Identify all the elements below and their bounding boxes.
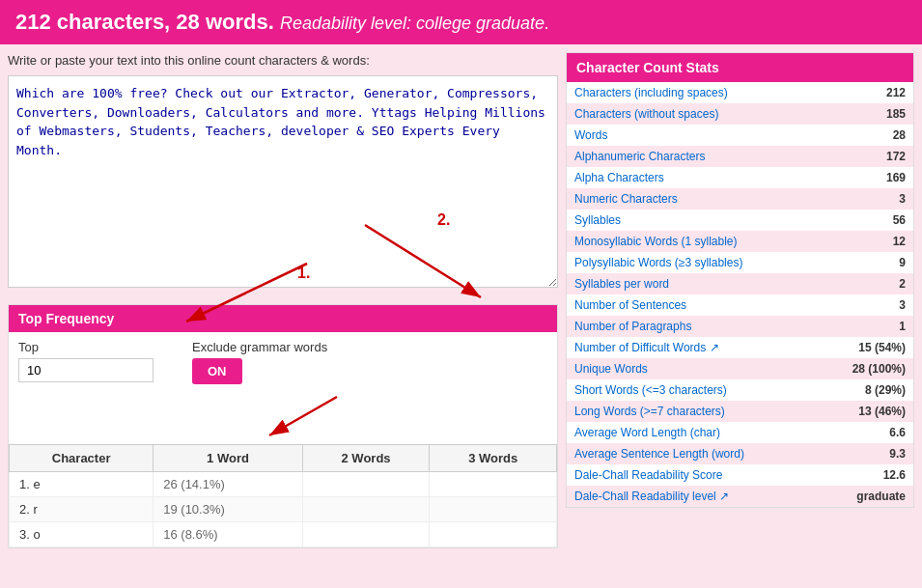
stats-row: Number of Sentences 3 — [567, 294, 914, 316]
stats-label: Number of Difficult Words ↗ — [567, 337, 837, 358]
stats-label: Words — [567, 125, 837, 146]
stats-header: Character Count Stats — [567, 53, 914, 83]
freq-rank-char: 1. e — [10, 472, 154, 497]
stats-value: 15 (54%) — [837, 337, 914, 358]
banner-stats: 212 characters, 28 words. Readability le… — [15, 10, 549, 34]
stats-row: Alpha Characters 169 — [567, 167, 914, 188]
stats-value: 12.6 — [837, 464, 914, 486]
stats-value: 169 — [837, 167, 914, 188]
stats-label: Polysyllabic Words (≥3 syllables) — [567, 252, 837, 273]
stats-value: 8 (29%) — [837, 379, 914, 401]
top-label: Top — [18, 340, 154, 354]
freq-3word — [430, 472, 557, 497]
stats-row: Alphanumeric Characters 172 — [567, 146, 914, 167]
stats-label: Alphanumeric Characters — [567, 146, 837, 167]
freq-table: Character 1 Word 2 Words 3 Words 1. e 26… — [9, 444, 557, 547]
stats-row: Polysyllabic Words (≥3 syllables) 9 — [567, 252, 914, 273]
stats-label: Short Words (<=3 characters) — [567, 379, 837, 401]
stats-label: Number of Sentences — [567, 294, 837, 316]
freq-table-row: 1. e 26 (14.1%) — [10, 472, 557, 497]
freq-rank-char: 3. o — [10, 522, 154, 547]
stats-row: Characters (without spaces) 185 — [567, 103, 914, 125]
stats-label: Number of Paragraphs — [567, 316, 837, 337]
stats-value: 28 — [837, 125, 914, 146]
stats-row: Monosyllabic Words (1 syllable) 12 — [567, 231, 914, 252]
stats-label: Average Word Length (char) — [567, 422, 837, 443]
stats-row: Words 28 — [567, 125, 914, 146]
freq-header: Top Frequency — [9, 305, 557, 332]
stats-value: 3 — [837, 294, 914, 316]
freq-2word — [302, 522, 430, 547]
stats-row: Dale-Chall Readability level ↗ graduate — [567, 486, 914, 508]
freq-2word — [302, 497, 430, 522]
freq-count: 16 (8.6%) — [154, 522, 303, 547]
stats-row: Short Words (<=3 characters) 8 (29%) — [567, 379, 914, 401]
stats-table: Character Count Stats Characters (includ… — [566, 52, 914, 508]
stats-row: Numeric Characters 3 — [567, 188, 914, 210]
stats-label: Characters (without spaces) — [567, 103, 837, 125]
stats-table-body: Characters (including spaces) 212 Charac… — [567, 82, 914, 508]
left-panel: Write or paste your text into this onlin… — [8, 52, 558, 548]
instruction-text: Write or paste your text into this onlin… — [8, 52, 558, 70]
stats-value: 3 — [837, 188, 914, 210]
exclude-label: Exclude grammar words — [192, 340, 327, 354]
exclude-toggle-button[interactable]: ON — [192, 358, 242, 384]
exclude-group: Exclude grammar words ON — [192, 340, 327, 384]
stats-value: 12 — [837, 231, 914, 252]
top-input-group: Top — [18, 340, 154, 382]
freq-section: Top Frequency Top Exclude grammar words … — [8, 304, 558, 548]
stats-row: Long Words (>=7 characters) 13 (46%) — [567, 401, 914, 422]
stats-row: Syllables 56 — [567, 210, 914, 231]
stats-row: Number of Paragraphs 1 — [567, 316, 914, 337]
stats-value: 212 — [837, 82, 914, 103]
stats-value: 1 — [837, 316, 914, 337]
stats-row: Dale-Chall Readability Score 12.6 — [567, 464, 914, 486]
freq-count: 19 (10.3%) — [154, 497, 303, 522]
stats-value: 28 (100%) — [837, 358, 914, 379]
stats-value: 9 — [837, 252, 914, 273]
stats-row: Number of Difficult Words ↗ 15 (54%) — [567, 337, 914, 358]
stats-label: Monosyllabic Words (1 syllable) — [567, 231, 837, 252]
freq-2word — [302, 472, 430, 497]
stats-label: Syllables — [567, 210, 837, 231]
stats-label: Long Words (>=7 characters) — [567, 401, 837, 422]
textarea-wrapper: 1. 2. — [8, 75, 558, 291]
main-layout: Write or paste your text into this onlin… — [0, 44, 922, 556]
stats-row: Characters (including spaces) 212 — [567, 82, 914, 103]
stats-label: Numeric Characters — [567, 188, 837, 210]
stats-value: graduate — [837, 486, 914, 508]
svg-line-4 — [269, 397, 337, 435]
stats-value: 6.6 — [837, 422, 914, 443]
top-banner: 212 characters, 28 words. Readability le… — [0, 0, 922, 44]
stats-label: Alpha Characters — [567, 167, 837, 188]
stats-value: 9.3 — [837, 443, 914, 464]
freq-rank-char: 2. r — [10, 497, 154, 522]
stats-value: 13 (46%) — [837, 401, 914, 422]
right-panel: Character Count Stats Characters (includ… — [566, 52, 914, 548]
freq-table-row: 3. o 16 (8.6%) — [10, 522, 557, 547]
stats-header-row: Character Count Stats — [567, 53, 914, 83]
stats-label: Unique Words — [567, 358, 837, 379]
stats-label: Average Sentence Length (word) — [567, 443, 837, 464]
freq-3word — [430, 522, 557, 547]
freq-count: 26 (14.1%) — [154, 472, 303, 497]
main-textarea[interactable] — [8, 75, 558, 288]
stats-row: Syllables per word 2 — [567, 273, 914, 294]
stats-value: 172 — [837, 146, 914, 167]
stats-label: Syllables per word — [567, 273, 837, 294]
stats-value: 185 — [837, 103, 914, 125]
stats-row: Average Sentence Length (word) 9.3 — [567, 443, 914, 464]
stats-label: Dale-Chall Readability Score — [567, 464, 837, 486]
top-input[interactable] — [18, 358, 154, 382]
freq-table-body: 1. e 26 (14.1%) 2. r 19 (10.3%) 3. o 16 … — [10, 472, 557, 547]
freq-3word — [430, 497, 557, 522]
freq-table-row: 2. r 19 (10.3%) — [10, 497, 557, 522]
freq-arrow-svg — [9, 392, 557, 450]
stats-row: Average Word Length (char) 6.6 — [567, 422, 914, 443]
freq-arrows — [9, 392, 557, 440]
stats-row: Unique Words 28 (100%) — [567, 358, 914, 379]
stats-label: Dale-Chall Readability level ↗ — [567, 486, 837, 508]
freq-controls: Top Exclude grammar words ON — [9, 332, 557, 392]
stats-value: 2 — [837, 273, 914, 294]
stats-label: Characters (including spaces) — [567, 82, 837, 103]
